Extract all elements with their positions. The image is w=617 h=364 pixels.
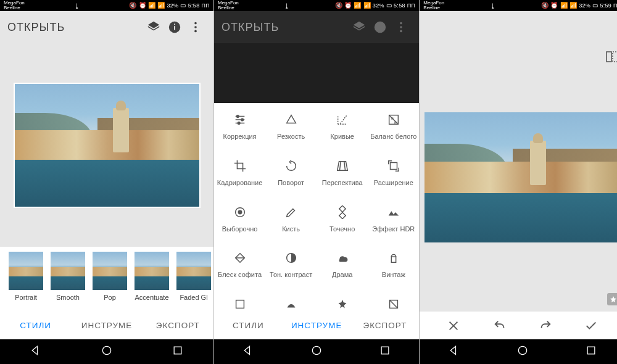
info-icon[interactable] [164,17,185,38]
tool-tonal[interactable]: Тон. контраст [265,244,317,290]
tool-label: Баланс белого [368,133,419,141]
drama-icon [334,250,350,266]
android-navbar [0,339,213,364]
tool-curves[interactable]: Кривые [317,105,368,152]
tool-label: Кадрирование [215,179,265,187]
nav-home-icon[interactable] [516,344,529,359]
style-thumb-faded-gl[interactable]: Faded Gl [176,252,211,301]
download-icon: ⭳ [284,2,290,9]
svg-rect-21 [339,205,346,212]
tab-styles[interactable]: СТИЛИ [214,313,283,337]
tool-label: Резкость [275,133,307,141]
nav-back-icon[interactable] [242,344,254,359]
tool-tune[interactable]: Коррекция [214,105,265,152]
rotate-icon [283,158,299,174]
style-thumb-smooth[interactable]: Smooth [51,252,85,301]
tab-export[interactable]: ЭКСПОРТ [143,313,213,337]
svg-rect-18 [390,162,397,169]
layers-icon[interactable] [143,17,164,38]
tool-label: Перспектива [320,179,365,187]
tool-details[interactable]: Резкость [265,105,317,152]
edited-photo [14,83,201,208]
nav-recent-icon[interactable] [585,344,597,359]
cancel-button[interactable] [431,319,476,333]
image-canvas[interactable] [420,43,617,312]
nav-home-icon[interactable] [101,344,113,359]
download-icon: ⭳ [74,2,80,9]
screen-styles: MegaFon Beeline ⭳ 🔇⏰ 📶📶 32%▭ 5:58ПП ОТКР… [0,0,214,364]
nav-recent-icon[interactable] [172,344,184,359]
svg-point-14 [238,122,240,125]
tool-label: Тон. контраст [267,271,315,279]
nav-recent-icon[interactable] [379,344,391,359]
overflow-menu-icon [391,17,412,38]
more1-icon [232,296,248,312]
style-thumb-image [176,252,211,290]
tool-heal[interactable]: Точечно [317,198,368,244]
svg-point-6 [102,346,110,354]
apply-button[interactable] [568,319,614,333]
brush-icon [283,204,299,220]
tool-expand[interactable]: Расширение [368,152,419,198]
svg-point-8 [375,22,386,33]
tool-glamour[interactable]: Блеск софита [214,244,265,290]
selective-icon [232,204,248,220]
svg-rect-29 [607,52,611,62]
more2-icon [283,296,299,312]
tool-brush[interactable]: Кисть [265,198,317,244]
svg-point-5 [194,30,197,33]
svg-point-10 [400,26,402,28]
tool-label: Блеск софита [215,271,264,279]
more4-icon [386,296,402,312]
favorite-icon[interactable] [607,293,617,305]
tools-grid: КоррекцияРезкостьКривыеWBБаланс белогоКа… [214,103,419,336]
tool-drama[interactable]: Драма [317,244,368,290]
android-navbar [420,339,617,364]
tool-hdr[interactable]: Эффект HDR [368,198,419,244]
tab-styles[interactable]: СТИЛИ [0,313,71,337]
layers-icon [349,17,370,38]
tool-selective[interactable]: Выборочно [214,198,265,244]
status-bar: MegaFon Beeline ⭳ 🔇⏰ 📶📶 32%▭ 5:58ПП [0,0,213,11]
download-icon: ⭳ [490,2,496,9]
style-thumb-portrait[interactable]: Portrait [9,252,43,301]
tool-wb[interactable]: WBБаланс белого [368,105,419,152]
bottom-tabs: СТИЛИ ИНСТРУМЕ ЭКСПОРТ [0,312,213,339]
expand-icon [386,158,402,174]
open-button[interactable]: ОТКРЫТЬ [7,21,65,34]
nav-back-icon[interactable] [448,344,460,359]
edit-action-bar [420,312,617,339]
tool-rotate[interactable]: Поворот [265,152,317,198]
tab-tools[interactable]: ИНСТРУМЕ [283,313,351,337]
overflow-menu-icon[interactable] [185,17,206,38]
style-thumb-accentuate[interactable]: Accentuate [135,252,169,301]
more3-icon [334,296,350,312]
svg-point-3 [194,22,197,25]
wb-icon: WB [386,112,402,128]
tab-export[interactable]: ЭКСПОРТ [351,313,420,337]
svg-rect-7 [174,347,181,354]
details-icon [283,112,299,128]
svg-rect-1 [174,26,175,30]
status-bar: MegaFon Beeline ⭳ 🔇⏰ 📶📶 32%▭ 5:59ПП [420,0,617,11]
style-thumb-pop[interactable]: Pop [93,252,127,301]
undo-button[interactable] [477,319,523,333]
tab-tools[interactable]: ИНСТРУМЕ [71,313,142,337]
open-button: ОТКРЫТЬ [222,21,279,34]
redo-button[interactable] [523,319,568,333]
compare-icon[interactable] [605,49,617,67]
svg-rect-30 [613,52,617,62]
tool-vintage[interactable]: Винтаж [368,244,419,290]
tool-crop[interactable]: Кадрирование [214,152,265,198]
svg-rect-24 [391,257,395,263]
svg-point-12 [236,115,239,118]
tool-perspective[interactable]: Перспектива [317,152,368,198]
svg-rect-22 [339,212,346,218]
style-thumb-image [93,252,127,290]
hdr-icon [386,204,402,220]
svg-text:B: B [394,121,397,125]
nav-home-icon[interactable] [310,344,323,359]
nav-back-icon[interactable] [30,344,42,359]
style-thumb-label: Portrait [15,294,36,301]
image-canvas[interactable] [0,43,213,247]
